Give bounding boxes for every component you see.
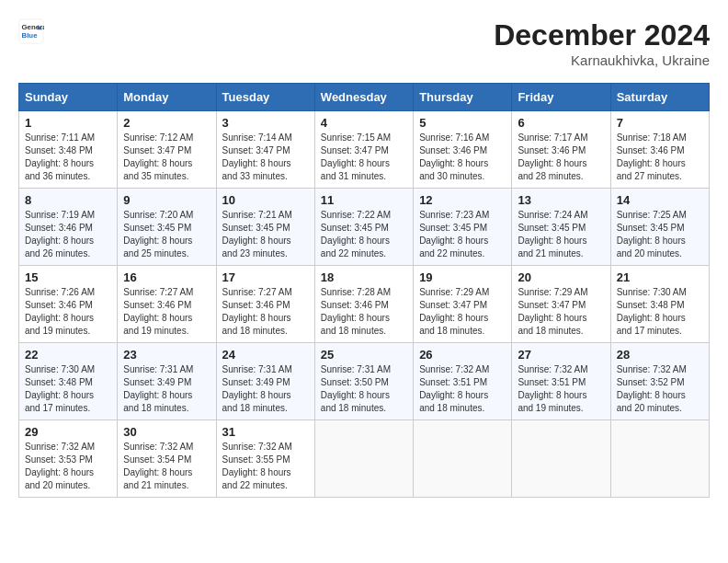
cell-info: Sunrise: 7:29 AMSunset: 3:47 PMDaylight:… xyxy=(518,286,604,338)
title-block: December 2024 Karnaukhivka, Ukraine xyxy=(494,18,710,68)
cell-info: Sunrise: 7:32 AMSunset: 3:52 PMDaylight:… xyxy=(617,363,703,415)
cell-info: Sunrise: 7:31 AMSunset: 3:50 PMDaylight:… xyxy=(321,363,407,415)
day-number: 16 xyxy=(123,270,210,284)
col-header-sunday: Sunday xyxy=(19,84,118,111)
cell-info: Sunrise: 7:14 AMSunset: 3:47 PMDaylight:… xyxy=(222,132,309,183)
day-number: 29 xyxy=(25,425,111,439)
cell-info: Sunrise: 7:20 AMSunset: 3:45 PMDaylight:… xyxy=(123,209,210,260)
day-number: 10 xyxy=(222,193,309,207)
day-cell: 22 Sunrise: 7:30 AMSunset: 3:48 PMDaylig… xyxy=(19,343,118,420)
col-header-saturday: Saturday xyxy=(610,84,709,111)
calendar-header: SundayMondayTuesdayWednesdayThursdayFrid… xyxy=(19,84,710,111)
day-cell: 20 Sunrise: 7:29 AMSunset: 3:47 PMDaylig… xyxy=(512,266,610,343)
day-cell: 16 Sunrise: 7:27 AMSunset: 3:46 PMDaylig… xyxy=(118,266,216,343)
day-number: 21 xyxy=(617,270,703,284)
cell-info: Sunrise: 7:18 AMSunset: 3:46 PMDaylight:… xyxy=(617,132,703,183)
cell-info: Sunrise: 7:31 AMSunset: 3:49 PMDaylight:… xyxy=(123,363,210,415)
calendar-table: SundayMondayTuesdayWednesdayThursdayFrid… xyxy=(18,83,710,498)
day-cell: 2 Sunrise: 7:12 AMSunset: 3:47 PMDayligh… xyxy=(118,111,216,189)
col-header-wednesday: Wednesday xyxy=(314,84,413,111)
day-cell: 17 Sunrise: 7:27 AMSunset: 3:46 PMDaylig… xyxy=(216,266,314,343)
day-number: 4 xyxy=(321,116,407,130)
day-cell: 27 Sunrise: 7:32 AMSunset: 3:51 PMDaylig… xyxy=(512,343,610,420)
day-cell: 12 Sunrise: 7:23 AMSunset: 3:45 PMDaylig… xyxy=(414,189,512,266)
cell-info: Sunrise: 7:32 AMSunset: 3:51 PMDaylight:… xyxy=(518,363,604,415)
day-number: 2 xyxy=(123,116,210,130)
day-cell: 10 Sunrise: 7:21 AMSunset: 3:45 PMDaylig… xyxy=(216,189,314,266)
day-cell: 15 Sunrise: 7:26 AMSunset: 3:46 PMDaylig… xyxy=(19,266,118,343)
cell-info: Sunrise: 7:32 AMSunset: 3:54 PMDaylight:… xyxy=(123,441,210,492)
day-number: 27 xyxy=(518,348,604,362)
day-number: 31 xyxy=(222,425,309,439)
day-number: 13 xyxy=(518,193,604,207)
cell-info: Sunrise: 7:21 AMSunset: 3:45 PMDaylight:… xyxy=(222,209,309,260)
week-row-2: 8 Sunrise: 7:19 AMSunset: 3:46 PMDayligh… xyxy=(19,189,710,266)
day-cell xyxy=(512,420,610,498)
week-row-1: 1 Sunrise: 7:11 AMSunset: 3:48 PMDayligh… xyxy=(19,111,710,189)
day-cell: 11 Sunrise: 7:22 AMSunset: 3:45 PMDaylig… xyxy=(314,189,413,266)
day-cell: 28 Sunrise: 7:32 AMSunset: 3:52 PMDaylig… xyxy=(610,343,709,420)
day-number: 18 xyxy=(321,270,407,284)
cell-info: Sunrise: 7:16 AMSunset: 3:46 PMDaylight:… xyxy=(419,132,506,183)
day-cell: 25 Sunrise: 7:31 AMSunset: 3:50 PMDaylig… xyxy=(314,343,413,420)
cell-info: Sunrise: 7:32 AMSunset: 3:55 PMDaylight:… xyxy=(222,441,309,492)
day-number: 14 xyxy=(617,193,703,207)
svg-text:General: General xyxy=(22,23,45,31)
day-cell: 14 Sunrise: 7:25 AMSunset: 3:45 PMDaylig… xyxy=(610,189,709,266)
cell-info: Sunrise: 7:30 AMSunset: 3:48 PMDaylight:… xyxy=(25,363,111,415)
day-number: 8 xyxy=(25,193,111,207)
col-header-friday: Friday xyxy=(512,84,610,111)
month-title: December 2024 xyxy=(494,18,710,52)
day-cell xyxy=(610,420,709,498)
cell-info: Sunrise: 7:12 AMSunset: 3:47 PMDaylight:… xyxy=(123,132,210,183)
cell-info: Sunrise: 7:27 AMSunset: 3:46 PMDaylight:… xyxy=(222,286,309,338)
day-number: 6 xyxy=(518,116,604,130)
cell-info: Sunrise: 7:15 AMSunset: 3:47 PMDaylight:… xyxy=(321,132,407,183)
cell-info: Sunrise: 7:23 AMSunset: 3:45 PMDaylight:… xyxy=(419,209,506,260)
calendar-body: 1 Sunrise: 7:11 AMSunset: 3:48 PMDayligh… xyxy=(19,111,710,498)
col-header-thursday: Thursday xyxy=(414,84,512,111)
day-cell: 29 Sunrise: 7:32 AMSunset: 3:53 PMDaylig… xyxy=(19,420,118,498)
day-number: 12 xyxy=(419,193,506,207)
day-cell: 19 Sunrise: 7:29 AMSunset: 3:47 PMDaylig… xyxy=(414,266,512,343)
day-number: 25 xyxy=(321,348,407,362)
cell-info: Sunrise: 7:32 AMSunset: 3:53 PMDaylight:… xyxy=(25,441,111,492)
day-cell: 30 Sunrise: 7:32 AMSunset: 3:54 PMDaylig… xyxy=(118,420,216,498)
week-row-4: 22 Sunrise: 7:30 AMSunset: 3:48 PMDaylig… xyxy=(19,343,710,420)
day-number: 15 xyxy=(25,270,111,284)
day-cell: 21 Sunrise: 7:30 AMSunset: 3:48 PMDaylig… xyxy=(610,266,709,343)
day-cell: 8 Sunrise: 7:19 AMSunset: 3:46 PMDayligh… xyxy=(19,189,118,266)
day-number: 23 xyxy=(123,348,210,362)
logo-icon: General Blue xyxy=(18,18,44,44)
day-number: 20 xyxy=(518,270,604,284)
cell-info: Sunrise: 7:32 AMSunset: 3:51 PMDaylight:… xyxy=(419,363,506,415)
day-cell: 1 Sunrise: 7:11 AMSunset: 3:48 PMDayligh… xyxy=(19,111,118,189)
day-number: 17 xyxy=(222,270,309,284)
cell-info: Sunrise: 7:29 AMSunset: 3:47 PMDaylight:… xyxy=(419,286,506,338)
day-cell: 5 Sunrise: 7:16 AMSunset: 3:46 PMDayligh… xyxy=(414,111,512,189)
col-header-monday: Monday xyxy=(118,84,216,111)
week-row-5: 29 Sunrise: 7:32 AMSunset: 3:53 PMDaylig… xyxy=(19,420,710,498)
week-row-3: 15 Sunrise: 7:26 AMSunset: 3:46 PMDaylig… xyxy=(19,266,710,343)
day-cell: 9 Sunrise: 7:20 AMSunset: 3:45 PMDayligh… xyxy=(118,189,216,266)
day-number: 1 xyxy=(25,116,111,130)
day-number: 7 xyxy=(617,116,703,130)
day-number: 26 xyxy=(419,348,506,362)
day-cell: 18 Sunrise: 7:28 AMSunset: 3:46 PMDaylig… xyxy=(314,266,413,343)
day-number: 30 xyxy=(123,425,210,439)
svg-text:Blue: Blue xyxy=(22,31,39,40)
day-number: 24 xyxy=(222,348,309,362)
day-number: 9 xyxy=(123,193,210,207)
location: Karnaukhivka, Ukraine xyxy=(494,52,710,68)
cell-info: Sunrise: 7:22 AMSunset: 3:45 PMDaylight:… xyxy=(321,209,407,260)
cell-info: Sunrise: 7:26 AMSunset: 3:46 PMDaylight:… xyxy=(25,286,111,338)
day-cell xyxy=(414,420,512,498)
day-cell: 24 Sunrise: 7:31 AMSunset: 3:49 PMDaylig… xyxy=(216,343,314,420)
logo: General Blue xyxy=(18,18,44,44)
day-number: 22 xyxy=(25,348,111,362)
cell-info: Sunrise: 7:19 AMSunset: 3:46 PMDaylight:… xyxy=(25,209,111,260)
day-cell: 31 Sunrise: 7:32 AMSunset: 3:55 PMDaylig… xyxy=(216,420,314,498)
day-cell: 6 Sunrise: 7:17 AMSunset: 3:46 PMDayligh… xyxy=(512,111,610,189)
day-cell: 3 Sunrise: 7:14 AMSunset: 3:47 PMDayligh… xyxy=(216,111,314,189)
day-cell: 13 Sunrise: 7:24 AMSunset: 3:45 PMDaylig… xyxy=(512,189,610,266)
